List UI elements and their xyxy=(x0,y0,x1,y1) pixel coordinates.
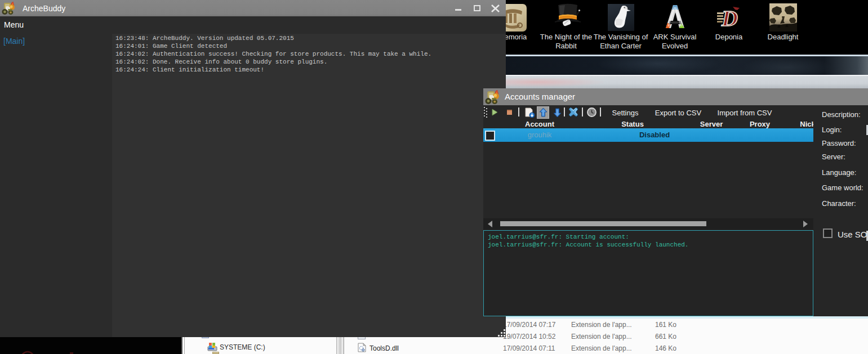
svg-text:D: D xyxy=(721,6,738,30)
